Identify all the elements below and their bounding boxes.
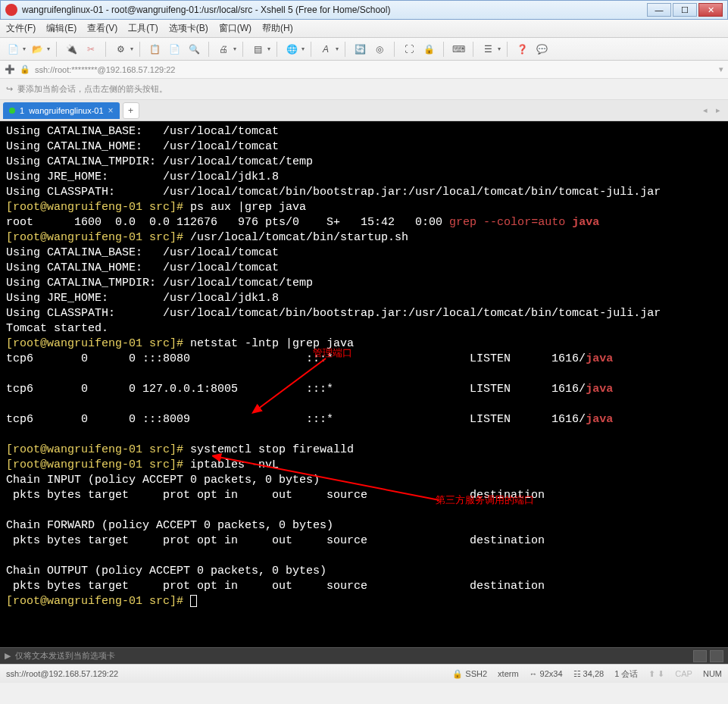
menu-file[interactable]: 文件(F) <box>6 22 36 35</box>
menu-edit[interactable]: 编辑(E) <box>46 22 77 35</box>
status-down-icon[interactable]: ⬇ <box>658 669 664 679</box>
menu-view[interactable]: 查看(V) <box>87 22 117 35</box>
status-sessions: 1 会话 <box>614 668 638 680</box>
tab-nav-arrows[interactable]: ◂ ▸ <box>703 105 723 115</box>
hint-arrow-icon: ↪ <box>6 84 13 94</box>
globe-icon[interactable]: 🌐 <box>283 41 300 58</box>
window-title: wangruifenglinux-01 - root@wangruifeng-0… <box>22 5 645 15</box>
lock-icon: 🔒 <box>20 64 30 74</box>
paste-icon[interactable]: 📄 <box>166 41 183 58</box>
hint-text: 要添加当前会话，点击左侧的箭头按钮。 <box>17 83 167 95</box>
menu-tools[interactable]: 工具(T) <box>128 22 158 35</box>
refresh-icon[interactable]: 🔄 <box>352 41 368 58</box>
addressbar: ➕ 🔒 ssh://root:********@192.168.57.129:2… <box>0 61 728 79</box>
target-icon[interactable]: ◎ <box>371 41 388 58</box>
copy-icon[interactable]: 📋 <box>146 41 163 58</box>
menu-window[interactable]: 窗口(W) <box>219 22 252 35</box>
status-lock-icon: 🔒 <box>452 669 463 679</box>
print-icon[interactable]: 🖨 <box>215 41 232 58</box>
tab-index: 1 <box>20 106 24 115</box>
layout-icon[interactable]: ▤ <box>249 41 266 58</box>
tab-close-icon[interactable]: × <box>108 105 114 116</box>
session-status-dot-icon <box>9 108 15 114</box>
minimize-button[interactable]: — <box>647 3 671 17</box>
status-cursor-pos: 34,28 <box>583 669 605 678</box>
status-pos-icon: ☷ <box>573 669 581 679</box>
status-size: 92x34 <box>540 669 563 678</box>
tab-bar: 1 wangruifenglinux-01 × + ◂ ▸ <box>0 100 728 121</box>
new-tab-button[interactable]: + <box>123 102 139 119</box>
fullscreen-icon[interactable]: ⛶ <box>401 41 417 58</box>
list-icon[interactable]: ☰ <box>480 41 496 58</box>
tab-label: wangruifenglinux-01 <box>29 106 103 115</box>
close-button[interactable]: ✕ <box>698 3 723 17</box>
compose-input-bar[interactable]: ▶ 仅将文本发送到当前选项卡 <box>0 647 728 664</box>
status-bar: ssh://root@192.168.57.129:22 🔒SSH2 xterm… <box>0 664 728 683</box>
addressbar-add-icon[interactable]: ➕ <box>5 64 15 74</box>
terminal[interactable]: Using CATALINA_BASE: /usr/local/tomcat U… <box>0 121 728 647</box>
find-icon[interactable]: 🔍 <box>186 41 202 58</box>
lock-toolbar-icon[interactable]: 🔒 <box>420 41 437 58</box>
address-input[interactable]: ssh://root:********@192.168.57.129:22 <box>35 65 714 74</box>
status-cap: CAP <box>675 669 692 678</box>
keyboard-icon[interactable]: ⌨ <box>450 41 467 58</box>
compose-placeholder: 仅将文本发送到当前选项卡 <box>15 650 115 662</box>
properties-icon[interactable]: ⚙ <box>112 41 129 58</box>
status-term: xterm <box>498 669 519 678</box>
help-icon[interactable]: ❓ <box>514 41 530 58</box>
address-dropdown-icon[interactable]: ▾ <box>719 64 723 74</box>
terminal-cursor <box>190 595 197 607</box>
compose-send-icon[interactable]: ▶ <box>5 651 11 661</box>
disconnect-icon[interactable]: ✂ <box>83 41 99 58</box>
reconnect-icon[interactable]: 🔌 <box>63 41 80 58</box>
hint-bar: ↪ 要添加当前会话，点击左侧的箭头按钮。 <box>0 79 728 100</box>
app-icon <box>5 4 17 16</box>
status-num: NUM <box>703 669 722 678</box>
menubar: 文件(F) 编辑(E) 查看(V) 工具(T) 选项卡(B) 窗口(W) 帮助(… <box>0 20 728 38</box>
compose-opt1-button[interactable] <box>693 650 707 662</box>
menu-tab[interactable]: 选项卡(B) <box>169 22 208 35</box>
chat-icon[interactable]: 💬 <box>533 41 550 58</box>
status-up-icon[interactable]: ⬆ <box>648 669 655 679</box>
font-icon[interactable]: A <box>317 41 334 58</box>
compose-opt2-button[interactable] <box>710 650 723 662</box>
status-connection: ssh://root@192.168.57.129:22 <box>6 669 118 678</box>
toolbar: 📄▾ 📂▾ 🔌 ✂ ⚙▾ 📋 📄 🔍 🖨▾ ▤▾ 🌐▾ A▾ 🔄 ◎ ⛶ 🔒 ⌨… <box>0 38 728 61</box>
session-tab[interactable]: 1 wangruifenglinux-01 × <box>3 102 120 119</box>
status-size-icon: ↔ <box>530 669 538 678</box>
window-titlebar: wangruifenglinux-01 - root@wangruifeng-0… <box>0 0 728 20</box>
open-icon[interactable]: 📂 <box>29 41 45 58</box>
new-session-icon[interactable]: 📄 <box>5 41 21 58</box>
menu-help[interactable]: 帮助(H) <box>262 22 293 35</box>
status-ssh: SSH2 <box>465 669 487 678</box>
maximize-button[interactable]: ☐ <box>673 3 697 17</box>
